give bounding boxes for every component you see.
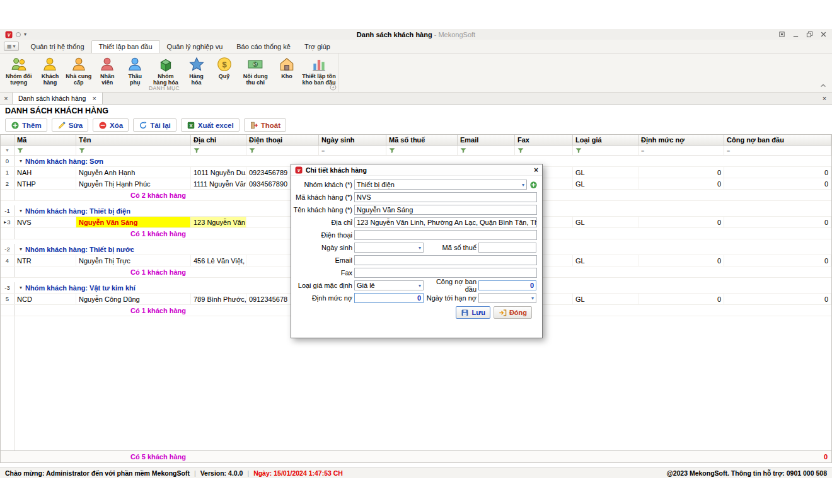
cell-dinh-muc-no[interactable]: 0 xyxy=(638,255,724,266)
exit-button[interactable]: Thoát xyxy=(244,118,286,132)
cell-cong-no-ban-dau[interactable]: 0 xyxy=(724,167,831,178)
ribbon-tab-4[interactable]: Báo cáo thống kê xyxy=(229,41,298,53)
ribbon-item-1[interactable]: Nhóm đối tượng xyxy=(1,55,36,87)
cell-ma[interactable]: NTHP xyxy=(14,178,76,189)
refresh-button[interactable]: Tải lại xyxy=(133,118,176,132)
cell-ma[interactable]: NAH xyxy=(14,167,76,178)
collapse-caret-icon[interactable]: ▾ xyxy=(20,285,22,290)
column-header-dien-thoai[interactable]: Điện thoại xyxy=(246,135,319,145)
loai-gia-combobox[interactable]: Giá lẻ ▾ xyxy=(354,280,424,290)
collapse-caret-icon[interactable]: ▾ xyxy=(20,158,22,164)
ribbon-item-3[interactable]: Nhà cung cấp xyxy=(64,55,93,87)
ribbon-item-4[interactable]: Nhân viên xyxy=(93,55,121,87)
cell-cong-no-ban-dau[interactable]: 0 xyxy=(724,178,831,189)
close-dialog-button[interactable]: Đóng xyxy=(494,306,532,319)
fax-input[interactable] xyxy=(354,268,537,278)
cell-dinh-muc-no[interactable]: 0 xyxy=(638,294,724,304)
ribbon-item-5[interactable]: Thầu phụ xyxy=(121,55,149,87)
column-header-ma-so-thue[interactable]: Mã số thuế xyxy=(386,135,458,145)
cell-cong-no-ban-dau[interactable]: 0 xyxy=(724,294,831,304)
column-filter-email[interactable] xyxy=(458,146,515,155)
cell-cong-no-ban-dau[interactable]: 0 xyxy=(724,255,831,266)
cell-loai-gia[interactable]: GL xyxy=(573,167,638,178)
ma-so-thue-input[interactable] xyxy=(478,243,536,253)
ribbon-collapse-icon[interactable] xyxy=(819,82,827,89)
excel-button[interactable]: XXuất excel xyxy=(181,118,240,132)
cell-dia-chi[interactable]: 1111 Nguyễn Văn... xyxy=(191,178,246,189)
add-customer-group-button[interactable] xyxy=(529,181,538,189)
column-filter-ma[interactable] xyxy=(14,146,76,155)
cell-ma[interactable]: NTR xyxy=(14,255,76,266)
ribbon-item-8[interactable]: $Quỹ xyxy=(211,55,238,80)
ngay-sinh-datepicker[interactable]: ▾ xyxy=(354,243,424,253)
ribbon-tab-2[interactable]: Thiết lập ban đầu xyxy=(91,40,160,53)
chevron-down-icon[interactable]: ▾ xyxy=(419,245,421,251)
cong-no-ban-dau-input[interactable]: 0 xyxy=(478,280,536,290)
cell-loai-gia[interactable]: GL xyxy=(573,255,638,266)
cell-dinh-muc-no[interactable]: 0 xyxy=(638,167,724,178)
add-button[interactable]: Thêm xyxy=(5,118,47,132)
cell-cong-no-ban-dau[interactable]: 0 xyxy=(724,217,831,227)
maximize-icon[interactable] xyxy=(806,31,813,38)
cell-ma[interactable]: NVS xyxy=(14,217,76,227)
dinh-muc-no-input[interactable]: 0 xyxy=(354,293,424,303)
column-header-fax[interactable]: Fax xyxy=(515,135,573,145)
dien-thoai-input[interactable] xyxy=(354,230,537,240)
ribbon-tab-1[interactable]: Quản trị hệ thống xyxy=(24,41,91,53)
column-header-dinh-muc-no[interactable]: Định mức nợ xyxy=(638,135,724,145)
cell-dia-chi[interactable]: 123 Nguyễn Văn ... xyxy=(191,217,246,227)
column-filter-fax[interactable] xyxy=(515,146,573,155)
column-filter-dinh-muc-no[interactable]: = xyxy=(638,146,724,155)
column-header-email[interactable]: Email xyxy=(458,135,515,145)
nhom-khach-combobox[interactable]: Thiết bị điện ▾ xyxy=(354,180,527,190)
cell-ten[interactable]: Nguyễn Thị Trực xyxy=(76,255,191,266)
column-filter-ngay-sinh[interactable]: = xyxy=(319,146,386,155)
ribbon-item-10[interactable]: Kho xyxy=(273,55,301,80)
ngay-toi-han-datepicker[interactable]: ▾ xyxy=(478,293,536,303)
column-filter-dien-thoai[interactable] xyxy=(246,146,319,155)
cell-ten[interactable]: Nguyễn Văn Sáng xyxy=(76,217,191,227)
cell-dinh-muc-no[interactable]: 0 xyxy=(638,217,724,227)
chevron-down-icon[interactable]: ▾ xyxy=(531,295,534,301)
tab-close-icon[interactable]: × xyxy=(92,94,96,102)
column-header-ten[interactable]: Tên xyxy=(76,135,191,145)
ribbon-item-2[interactable]: Khách hàng xyxy=(36,55,64,87)
group-dialog-launcher-icon[interactable] xyxy=(330,84,337,91)
chevron-down-icon[interactable]: ▾ xyxy=(522,182,524,188)
ma-khach-hang-input[interactable]: NVS xyxy=(354,192,537,202)
column-header-loai-gia[interactable]: Loại giá xyxy=(573,135,638,145)
cell-ma[interactable]: NCD xyxy=(14,294,76,304)
fullscreen-icon[interactable] xyxy=(778,31,785,38)
ribbon-item-9[interactable]: $Nội dung thu chi xyxy=(238,55,273,87)
cell-dia-chi[interactable]: 789 Bình Phước, ... xyxy=(191,294,246,304)
collapse-caret-icon[interactable]: ▾ xyxy=(20,208,22,214)
cell-dia-chi[interactable]: 456 Lê Văn Việt, P... xyxy=(191,255,246,266)
cell-ten[interactable]: Nguyễn Anh Hạnh xyxy=(76,167,191,178)
tabbar-close-button[interactable]: × xyxy=(817,93,832,104)
cell-ten[interactable]: Nguyễn Công Dũng xyxy=(76,294,191,304)
dialog-titlebar[interactable]: V Chi tiết khách hàng × xyxy=(291,164,542,176)
email-input[interactable] xyxy=(354,255,537,265)
tab-danh-sach-khach-hang[interactable]: Danh sách khách hàng × xyxy=(13,93,103,104)
close-icon[interactable] xyxy=(820,31,827,38)
save-button[interactable]: Lưu xyxy=(456,306,490,319)
quick-access-circle-icon[interactable] xyxy=(16,32,21,37)
filter-gutter[interactable]: ▼ xyxy=(1,146,14,155)
app-menu-button[interactable]: ▦▾ xyxy=(4,42,19,51)
cell-loai-gia[interactable]: GL xyxy=(573,294,638,304)
dialog-close-icon[interactable]: × xyxy=(534,166,538,175)
ten-khach-hang-input[interactable]: Nguyễn Văn Sáng xyxy=(354,205,537,215)
column-filter-ten[interactable] xyxy=(76,146,191,155)
tab-list-close-button[interactable]: × xyxy=(0,93,13,104)
column-filter-ma-so-thue[interactable] xyxy=(386,146,458,155)
cell-loai-gia[interactable]: GL xyxy=(573,217,638,227)
ribbon-item-6[interactable]: Nhóm hàng hóa xyxy=(149,55,182,87)
column-filter-dia-chi[interactable] xyxy=(191,146,246,155)
chevron-down-icon[interactable]: ▾ xyxy=(419,283,421,289)
dia-chi-input[interactable]: 123 Nguyễn Văn Linh, Phường An Lạc, Quận… xyxy=(354,217,537,227)
cell-loai-gia[interactable]: GL xyxy=(573,178,638,189)
column-filter-loai-gia[interactable] xyxy=(573,146,638,155)
ribbon-item-7[interactable]: Hàng hóa xyxy=(183,55,211,87)
column-header-dia-chi[interactable]: Địa chỉ xyxy=(191,135,246,145)
collapse-caret-icon[interactable]: ▾ xyxy=(20,246,22,252)
